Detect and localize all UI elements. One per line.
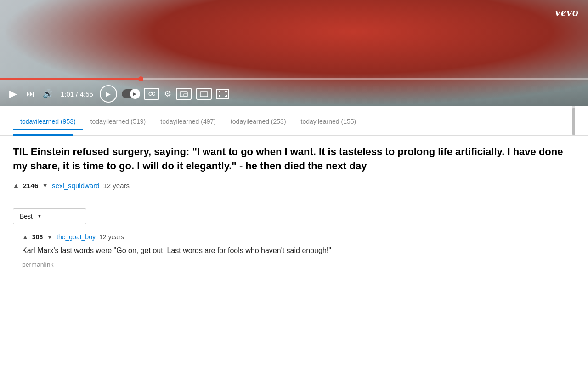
comment-vote-row: 306 the_goat_boy 12 years bbox=[22, 233, 575, 241]
tab-4-label: todayilearned (155) bbox=[301, 118, 356, 125]
tab-navigation: todayilearned (953) todayilearned (519) … bbox=[0, 106, 588, 136]
post-username[interactable]: sexi_squidward bbox=[52, 182, 99, 190]
cc-button[interactable]: CC bbox=[144, 88, 159, 100]
tab-2-label: todayilearned (497) bbox=[160, 118, 216, 125]
sort-dropdown[interactable]: Best ▼ bbox=[13, 208, 86, 224]
post-score: 2146 bbox=[23, 182, 38, 190]
time-display: 1:01 / 4:55 bbox=[61, 90, 93, 98]
post-title: TIL Einstein refused surgery, saying: "I… bbox=[13, 145, 575, 173]
comment-timestamp: 12 years bbox=[99, 233, 124, 241]
tab-navigation-wrapper: todayilearned (953) todayilearned (519) … bbox=[0, 106, 588, 136]
svg-rect-2 bbox=[200, 92, 208, 97]
svg-rect-1 bbox=[184, 94, 187, 96]
vevo-shield-button[interactable]: ▶ bbox=[100, 85, 117, 103]
comment-username[interactable]: the_goat_boy bbox=[57, 233, 96, 241]
post-vote-row: 2146 sexi_squidward 12 years bbox=[13, 182, 575, 190]
tab-1[interactable]: todayilearned (519) bbox=[83, 111, 153, 130]
comment-permalink[interactable]: permanlink bbox=[22, 261, 575, 268]
comment-downvote-button[interactable] bbox=[46, 233, 53, 241]
fullscreen-button[interactable] bbox=[216, 89, 229, 99]
theater-icon bbox=[200, 91, 208, 97]
post-upvote-button[interactable] bbox=[13, 182, 19, 189]
sort-row: Best ▼ bbox=[13, 208, 575, 224]
tab-1-label: todayilearned (519) bbox=[90, 118, 146, 125]
miniplayer-button[interactable] bbox=[176, 88, 192, 100]
post-timestamp: 12 years bbox=[103, 182, 130, 190]
autoplay-knob: ▶ bbox=[130, 89, 140, 99]
skip-button[interactable]: ⏭ bbox=[24, 89, 37, 99]
progress-bar-fill[interactable] bbox=[0, 78, 141, 80]
progress-bar-container[interactable] bbox=[0, 78, 588, 80]
scrollbar-track[interactable] bbox=[572, 106, 575, 135]
fullscreen-icon bbox=[219, 91, 227, 97]
volume-button[interactable]: 🔊 bbox=[41, 89, 54, 99]
theater-button[interactable] bbox=[196, 88, 212, 100]
video-controls: ▶ ⏭ 🔊 1:01 / 4:55 ▶ ▶ CC ⚙ bbox=[0, 82, 588, 106]
settings-button[interactable]: ⚙ bbox=[164, 89, 171, 99]
tab-0-label: todayilearned (953) bbox=[20, 118, 76, 125]
chevron-down-icon: ▼ bbox=[37, 213, 42, 218]
tab-active-underline bbox=[13, 134, 73, 136]
tab-0[interactable]: todayilearned (953) bbox=[13, 111, 83, 130]
tab-2[interactable]: todayilearned (497) bbox=[153, 111, 223, 130]
autoplay-toggle[interactable]: ▶ bbox=[122, 89, 139, 98]
main-content: TIL Einstein refused surgery, saying: "I… bbox=[0, 136, 588, 277]
autoplay-track[interactable]: ▶ bbox=[122, 89, 139, 98]
sort-dropdown-label: Best bbox=[20, 213, 33, 220]
comment-score: 306 bbox=[32, 233, 43, 241]
section-divider bbox=[13, 199, 575, 199]
miniplayer-icon bbox=[180, 91, 188, 97]
comment-body: Karl Marx's last words were "Go on, get … bbox=[22, 245, 575, 256]
shield-play-icon: ▶ bbox=[106, 90, 111, 98]
comment-upvote-button[interactable] bbox=[22, 233, 28, 241]
tab-3-label: todayilearned (253) bbox=[231, 118, 286, 125]
scrollbar-thumb[interactable] bbox=[572, 108, 575, 135]
comment-section: 306 the_goat_boy 12 years Karl Marx's la… bbox=[13, 233, 575, 268]
video-player[interactable]: vevo ▶ ⏭ 🔊 1:01 / 4:55 ▶ ▶ CC ⚙ bbox=[0, 0, 588, 106]
tab-4[interactable]: todayilearned (155) bbox=[294, 111, 364, 130]
vevo-logo: vevo bbox=[555, 6, 579, 19]
play-button[interactable]: ▶ bbox=[6, 88, 19, 100]
tab-3[interactable]: todayilearned (253) bbox=[223, 111, 294, 130]
post-downvote-button[interactable] bbox=[42, 182, 48, 189]
